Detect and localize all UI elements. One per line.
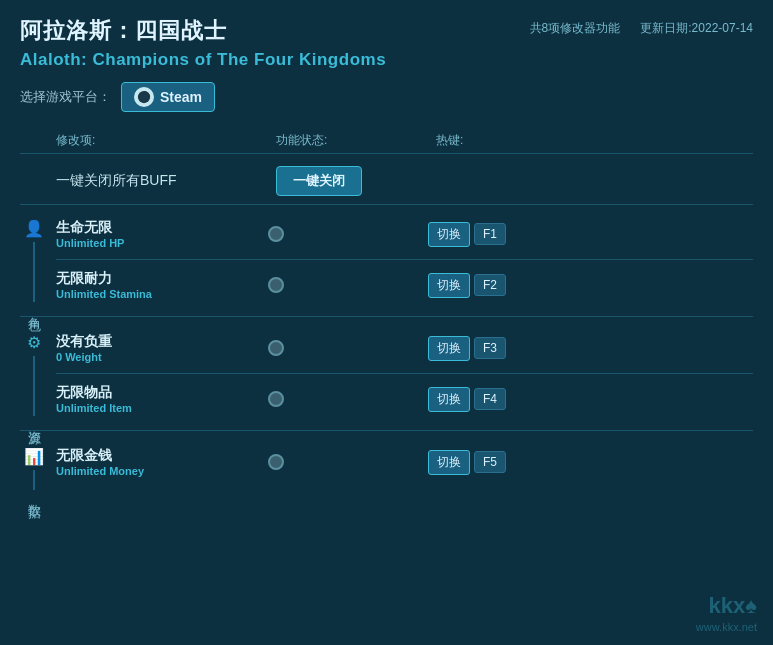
mod-row: 没有负重0 Weight切换F3 xyxy=(48,323,753,373)
section-sidebar-data: 📊数据 xyxy=(20,437,48,498)
mod-toggle xyxy=(268,277,428,293)
mod-name-en: Unlimited HP xyxy=(56,237,268,249)
mod-hotkey: 切换F5 xyxy=(428,450,506,475)
mod-names: 无限物品Unlimited Item xyxy=(56,384,268,414)
main-container: 阿拉洛斯：四国战士 共8项修改器功能 更新日期:2022-07-14 Alalo… xyxy=(0,0,773,645)
section-sidebar-resources: ⚙资源 xyxy=(20,323,48,424)
hotkey-key: F5 xyxy=(474,451,506,473)
mod-row: 生命无限Unlimited HP切换F1 xyxy=(48,209,753,259)
hotkey-toggle-button[interactable]: 切换 xyxy=(428,450,470,475)
onekey-close-button[interactable]: 一键关闭 xyxy=(276,166,362,196)
section-sidebar-character: 👤角色 xyxy=(20,209,48,310)
mod-names: 生命无限Unlimited HP xyxy=(56,219,268,249)
section-content-resources: 没有负重0 Weight切换F3无限物品Unlimited Item切换F4 xyxy=(48,323,753,424)
title-cn: 阿拉洛斯：四国战士 xyxy=(20,16,227,46)
col-header-status: 功能状态: xyxy=(276,132,436,149)
toggle-circle[interactable] xyxy=(268,277,284,293)
toggle-circle[interactable] xyxy=(268,454,284,470)
mod-hotkey: 切换F3 xyxy=(428,336,506,361)
mod-hotkey: 切换F2 xyxy=(428,273,506,298)
mod-name-cn: 没有负重 xyxy=(56,333,268,351)
mod-toggle xyxy=(268,226,428,242)
mod-name-en: 0 Weight xyxy=(56,351,268,363)
section-icon-character: 👤 xyxy=(24,219,44,238)
hotkey-toggle-button[interactable]: 切换 xyxy=(428,222,470,247)
steam-icon xyxy=(134,87,154,107)
mod-name-cn: 无限金钱 xyxy=(56,447,268,465)
mod-name-en: Unlimited Stamina xyxy=(56,288,268,300)
hotkey-toggle-button[interactable]: 切换 xyxy=(428,336,470,361)
mod-toggle xyxy=(268,454,428,470)
section-divider xyxy=(20,430,753,431)
mod-names: 没有负重0 Weight xyxy=(56,333,268,363)
section-data: 📊数据无限金钱Unlimited Money切换F5 xyxy=(20,437,753,498)
col-header-hotkey: 热键: xyxy=(436,132,556,149)
mod-hotkey: 切换F1 xyxy=(428,222,506,247)
sections-container: 👤角色生命无限Unlimited HP切换F1无限耐力Unlimited Sta… xyxy=(20,209,753,498)
col-header-mod: 修改项: xyxy=(56,132,276,149)
section-label-resources: 资源 xyxy=(25,420,43,424)
mod-names: 无限耐力Unlimited Stamina xyxy=(56,270,268,300)
hotkey-key: F1 xyxy=(474,223,506,245)
section-line-data xyxy=(33,470,35,490)
mod-row: 无限金钱Unlimited Money切换F5 xyxy=(48,437,753,487)
title-en: Alaloth: Champions of The Four Kingdoms xyxy=(20,50,753,70)
toggle-circle[interactable] xyxy=(268,226,284,242)
mod-toggle xyxy=(268,391,428,407)
mod-name-cn: 无限耐力 xyxy=(56,270,268,288)
section-icon-data: 📊 xyxy=(24,447,44,466)
section-resources: ⚙资源没有负重0 Weight切换F3无限物品Unlimited Item切换F… xyxy=(20,323,753,424)
hotkey-key: F3 xyxy=(474,337,506,359)
watermark-url: www.kkx.net xyxy=(696,621,757,633)
platform-row: 选择游戏平台： Steam xyxy=(20,82,753,112)
platform-steam-button[interactable]: Steam xyxy=(121,82,215,112)
mod-hotkey: 切换F4 xyxy=(428,387,506,412)
header-meta: 共8项修改器功能 更新日期:2022-07-14 xyxy=(530,20,753,37)
platform-btn-label: Steam xyxy=(160,89,202,105)
update-date: 更新日期:2022-07-14 xyxy=(640,20,753,37)
toggle-circle[interactable] xyxy=(268,391,284,407)
mod-count: 共8项修改器功能 xyxy=(530,20,621,37)
mod-names: 无限金钱Unlimited Money xyxy=(56,447,268,477)
mod-toggle xyxy=(268,340,428,356)
mod-name-en: Unlimited Money xyxy=(56,465,268,477)
section-icon-resources: ⚙ xyxy=(27,333,41,352)
mod-name-cn: 生命无限 xyxy=(56,219,268,237)
onekey-name: 一键关闭所有BUFF xyxy=(56,172,276,190)
hotkey-toggle-button[interactable]: 切换 xyxy=(428,387,470,412)
section-content-data: 无限金钱Unlimited Money切换F5 xyxy=(48,437,753,498)
mod-row: 无限耐力Unlimited Stamina切换F2 xyxy=(48,260,753,310)
toggle-circle[interactable] xyxy=(268,340,284,356)
platform-label: 选择游戏平台： xyxy=(20,88,111,106)
section-line-character xyxy=(33,242,35,302)
section-label-character: 角色 xyxy=(25,306,43,310)
hotkey-key: F4 xyxy=(474,388,506,410)
svg-point-1 xyxy=(141,94,146,99)
section-character: 👤角色生命无限Unlimited HP切换F1无限耐力Unlimited Sta… xyxy=(20,209,753,310)
section-divider xyxy=(20,316,753,317)
mod-name-en: Unlimited Item xyxy=(56,402,268,414)
mod-name-cn: 无限物品 xyxy=(56,384,268,402)
onekey-row: 一键关闭所有BUFF 一键关闭 xyxy=(20,158,753,205)
watermark-logo: kkx♠ xyxy=(696,593,757,619)
header-top: 阿拉洛斯：四国战士 共8项修改器功能 更新日期:2022-07-14 xyxy=(20,16,753,46)
hotkey-toggle-button[interactable]: 切换 xyxy=(428,273,470,298)
watermark: kkx♠ www.kkx.net xyxy=(696,593,757,633)
hotkey-key: F2 xyxy=(474,274,506,296)
section-label-data: 数据 xyxy=(25,494,43,498)
mod-row: 无限物品Unlimited Item切换F4 xyxy=(48,374,753,424)
column-headers: 修改项: 功能状态: 热键: xyxy=(20,128,753,154)
section-line-resources xyxy=(33,356,35,416)
section-content-character: 生命无限Unlimited HP切换F1无限耐力Unlimited Stamin… xyxy=(48,209,753,310)
